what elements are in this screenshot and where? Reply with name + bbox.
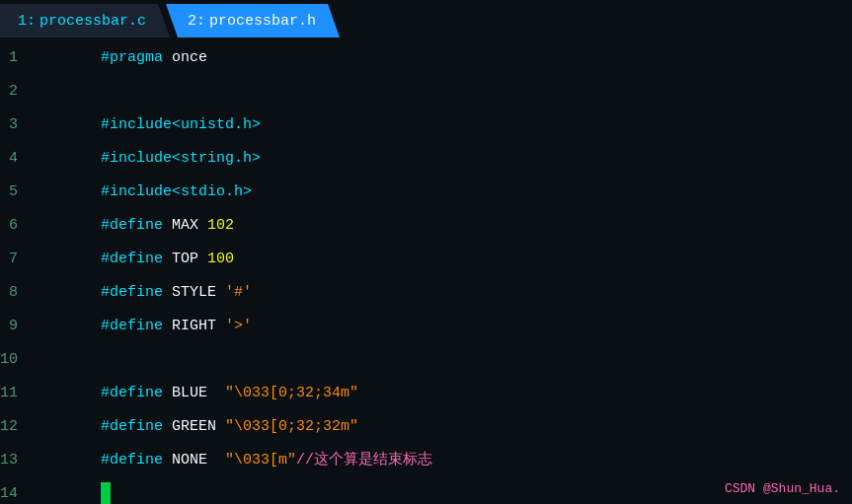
- token: '>': [225, 318, 252, 334]
- token: NONE: [172, 452, 225, 468]
- line-num-8: 8: [0, 276, 30, 310]
- token: #define: [101, 318, 172, 334]
- line-num-9: 9: [0, 310, 30, 343]
- text-cursor: [101, 482, 111, 504]
- line-num-14: 14: [0, 477, 30, 504]
- token: once: [172, 49, 207, 66]
- line-num-13: 13: [0, 444, 30, 477]
- token: "\033[m": [225, 452, 296, 468]
- line-num-11: 11: [0, 377, 30, 410]
- line-num-3: 3: [0, 108, 30, 142]
- tab2-label: processbar.h: [209, 13, 316, 30]
- line-content-14: [30, 444, 111, 504]
- line-num-1: 1: [0, 41, 30, 75]
- token: #pragma: [101, 49, 172, 66]
- code-line-13: 13 #define NONE "\033[m"//这个算是结束标志: [0, 444, 852, 477]
- tab1-label: processbar.c: [39, 13, 146, 30]
- line-num-2: 2: [0, 75, 30, 108]
- token: //这个算是结束标志: [296, 452, 432, 468]
- line-num-5: 5: [0, 176, 30, 209]
- line-num-12: 12: [0, 410, 30, 444]
- line-num-7: 7: [0, 243, 30, 276]
- tab-processbar-h[interactable]: 2: processbar.h: [166, 4, 340, 37]
- token: RIGHT: [172, 318, 225, 334]
- watermark: CSDN @Shun_Hua.: [725, 481, 840, 496]
- line-num-6: 6: [0, 209, 30, 243]
- line-num-4: 4: [0, 142, 30, 176]
- tab-processbar-c[interactable]: 1: processbar.c: [0, 4, 170, 37]
- tab2-num: 2:: [188, 13, 205, 30]
- code-line-1: 1 #pragma once: [0, 41, 852, 75]
- code-area: 1 #pragma once 2 3 #include<unistd.h> 4 …: [0, 37, 852, 504]
- token: #define: [101, 452, 172, 468]
- line-num-10: 10: [0, 343, 30, 377]
- tab-bar: 1: processbar.c 2: processbar.h: [0, 0, 852, 37]
- tab1-num: 1:: [18, 13, 36, 30]
- code-line-9: 9 #define RIGHT '>': [0, 310, 852, 343]
